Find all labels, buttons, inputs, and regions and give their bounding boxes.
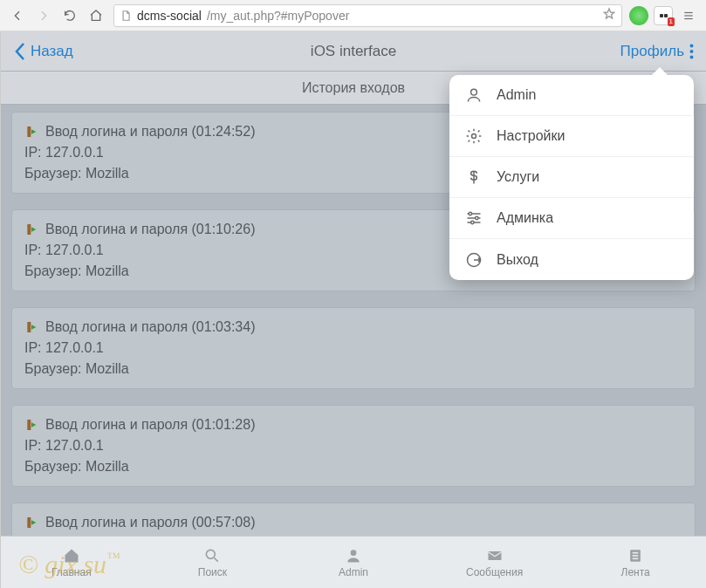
user-icon <box>465 86 483 104</box>
item-title: Ввод логина и пароля (01:24:52) <box>45 121 255 142</box>
url-host: dcms-social <box>137 9 202 23</box>
popover-item-label: Админка <box>497 210 553 226</box>
tab-label: Admin <box>339 566 368 578</box>
login-arrow-icon <box>24 418 38 432</box>
topbar: Назад iOS interface Профиль <box>1 31 706 72</box>
extension-badge-icon[interactable]: 1 <box>654 6 673 25</box>
gear-icon <box>465 127 483 145</box>
bookmark-star-icon[interactable] <box>602 7 616 24</box>
search-icon <box>203 547 221 564</box>
profile-icon <box>345 547 362 564</box>
back-button[interactable]: Назад <box>13 42 73 61</box>
svg-point-13 <box>351 550 357 556</box>
sliders-icon <box>465 209 483 227</box>
home-button[interactable] <box>84 3 108 28</box>
item-title: Ввод логина и пароля (01:01:28) <box>45 414 255 435</box>
popover-item-label: Настройки <box>497 128 565 144</box>
svg-rect-17 <box>633 555 639 557</box>
svg-point-5 <box>690 55 694 58</box>
bottom-tabbar: Главная Поиск Admin Сообщения Лента <box>1 536 706 588</box>
subheader-title: История входов <box>302 80 405 96</box>
svg-point-12 <box>207 550 216 558</box>
popover-item-label: Услуги <box>497 169 539 185</box>
url-path: /my_aut.php?#myPopover <box>207 9 349 23</box>
list-item: Ввод логина и пароля (01:03:34) IP: 127.… <box>11 307 696 389</box>
tab-label: Лента <box>621 566 650 578</box>
page-title: iOS interface <box>1 43 706 60</box>
svg-rect-2 <box>684 17 692 18</box>
popover-item-label: Admin <box>497 87 536 103</box>
svg-point-4 <box>690 50 694 53</box>
popover-item-logout[interactable]: Выход <box>449 239 694 280</box>
popover-item-label: Выход <box>497 252 538 268</box>
logout-icon <box>465 251 483 269</box>
svg-rect-18 <box>633 557 639 559</box>
popover-item-admin[interactable]: Admin <box>449 75 694 116</box>
item-ip: IP: 127.0.0.1 <box>24 435 682 456</box>
svg-rect-14 <box>488 551 501 560</box>
tab-label: Сообщения <box>466 566 523 578</box>
popover-item-settings[interactable]: Настройки <box>449 116 694 157</box>
svg-point-9 <box>476 216 478 219</box>
item-ip: IP: 127.0.0.1 <box>24 338 682 359</box>
nav-back-button[interactable] <box>5 3 30 28</box>
extension-badge-count: 1 <box>668 17 675 26</box>
mail-icon <box>486 547 504 564</box>
svg-point-3 <box>690 44 694 47</box>
home-icon <box>63 547 80 564</box>
svg-rect-0 <box>684 11 692 12</box>
item-browser: Браузер: Mozilla <box>24 456 682 477</box>
dollar-icon <box>465 168 483 186</box>
popover-item-services[interactable]: Услуги <box>449 157 694 198</box>
extension-green-icon[interactable] <box>629 6 648 25</box>
tab-feed[interactable]: Лента <box>565 537 706 588</box>
feed-icon <box>627 547 644 564</box>
tab-home[interactable]: Главная <box>1 537 142 588</box>
back-label: Назад <box>31 43 73 60</box>
chrome-menu-button[interactable] <box>676 3 701 28</box>
item-title: Ввод логина и пароля (00:57:08) <box>45 512 255 533</box>
nav-forward-button[interactable] <box>31 3 56 28</box>
svg-rect-16 <box>633 551 639 553</box>
app-viewport: Назад iOS interface Профиль История вход… <box>0 31 706 588</box>
list-item: Ввод логина и пароля (00:57:08) IP: 127.… <box>11 503 696 536</box>
list-item: Ввод логина и пароля (01:01:28) IP: 127.… <box>11 405 696 487</box>
svg-point-7 <box>472 134 476 139</box>
svg-rect-1 <box>684 15 692 16</box>
tab-label: Поиск <box>198 566 227 578</box>
tab-profile[interactable]: Admin <box>283 537 424 588</box>
tab-search[interactable]: Поиск <box>142 537 284 588</box>
svg-point-8 <box>469 212 471 215</box>
tab-label: Главная <box>51 566 92 578</box>
profile-link[interactable]: Профиль <box>620 43 684 60</box>
page-icon <box>120 10 132 22</box>
item-title: Ввод логина и пароля (01:10:26) <box>45 219 255 240</box>
login-arrow-icon <box>24 222 38 236</box>
reload-button[interactable] <box>58 3 82 28</box>
tab-messages[interactable]: Сообщения <box>424 537 565 588</box>
login-arrow-icon <box>24 516 38 530</box>
profile-popover: Admin Настройки Услуги Админка Выход <box>449 75 694 280</box>
item-browser: Браузер: Mozilla <box>24 359 682 379</box>
item-title: Ввод логина и пароля (01:03:34) <box>45 317 255 338</box>
svg-point-10 <box>471 221 474 223</box>
login-arrow-icon <box>24 320 38 334</box>
browser-chrome: dcms-social/my_aut.php?#myPopover 1 <box>0 0 706 31</box>
popover-item-adminka[interactable]: Админка <box>449 198 694 239</box>
address-bar[interactable]: dcms-social/my_aut.php?#myPopover <box>113 4 622 27</box>
svg-point-6 <box>471 89 477 95</box>
vertical-dots-icon[interactable] <box>689 44 694 59</box>
login-arrow-icon <box>24 125 38 139</box>
